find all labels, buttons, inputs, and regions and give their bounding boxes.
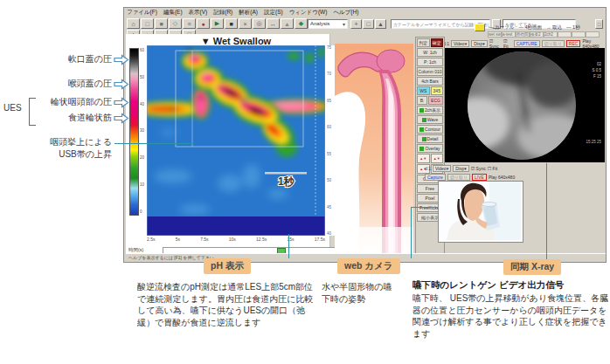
toolbar-button[interactable]: ↔ xyxy=(267,18,280,29)
b-label: B: xyxy=(417,96,427,105)
menu-item[interactable]: 編集(E) xyxy=(163,9,183,17)
fit-checkbox[interactable]: ☑ Fit xyxy=(503,39,512,48)
cut-button[interactable]: 切り取り xyxy=(542,40,565,47)
ruler-value: 45 xyxy=(327,205,335,209)
webcam-sync-checkbox[interactable]: ☑ Sync xyxy=(471,166,486,171)
toolbar-button[interactable]: + xyxy=(350,19,362,29)
legend-item: → 取込 xyxy=(546,24,562,31)
ecg-pink-button[interactable]: ECG xyxy=(428,96,443,105)
d-label: d:1 xyxy=(425,166,431,171)
toolbar-button[interactable]: □ xyxy=(363,19,374,29)
toolbar-button[interactable]: ≡ xyxy=(183,18,196,29)
toolbar-button[interactable]: ▲ xyxy=(375,19,386,29)
segment-cell[interactable] xyxy=(586,31,600,38)
toolbar-button[interactable]: ▲ xyxy=(281,18,294,29)
webcam-capture-button[interactable]: Capture xyxy=(425,174,446,181)
toolbar-button[interactable]: ◇ xyxy=(169,18,182,29)
xray-overlay-text: 02S 0.5F 15 xyxy=(558,61,601,79)
webcam-live-button[interactable]: LIVE xyxy=(472,174,487,181)
segment-cell[interactable]: wet sw xyxy=(488,31,502,38)
webcam-fit-checkbox[interactable]: ☐ Fit xyxy=(488,166,497,171)
badge-xray: 同期 X-ray xyxy=(503,259,561,275)
annotation-epiglottis: 喉頭蓋の圧 xyxy=(16,78,112,90)
color-chip xyxy=(419,127,424,132)
toolbar-button-icon: × xyxy=(243,21,246,27)
toolbar-button[interactable]: □ xyxy=(141,18,154,29)
segment-cell[interactable] xyxy=(572,31,586,38)
toolbar-button[interactable]: ■ xyxy=(155,18,168,29)
scrollbar-label: 時間(s) xyxy=(128,247,143,253)
menu-item[interactable]: 解析(A) xyxy=(239,9,258,17)
toolbar-button[interactable]: ■ xyxy=(225,18,238,29)
panel-button-label: Column 010 xyxy=(419,69,442,74)
panel-option[interactable]: Overlay xyxy=(417,144,443,153)
webcam-toolbar-1: d:1 Video▾ Disp▾ ☑ Sync ☐ Fit xyxy=(425,164,497,172)
webcam-video-dropdown[interactable]: Video▾ xyxy=(433,165,451,172)
caption-xray-body: 嚥下時、 UES帯の上昇移動があり食塊位置、各臓器の位置と圧力センサーからの咽頭… xyxy=(412,292,610,340)
menu-item[interactable]: 表示(V) xyxy=(189,9,208,17)
webcam-cut-button[interactable]: 切り取り xyxy=(447,174,470,181)
ruler-value: 50 xyxy=(327,178,335,182)
panel-option[interactable]: 2ch表示 xyxy=(417,106,443,114)
toolbar-button[interactable]: ◎ xyxy=(253,18,266,29)
segment-cell[interactable]: a-test xyxy=(502,31,516,38)
color-chip xyxy=(422,118,426,122)
time-axis: 2.5s5s7.5s10s12.5s15s17.5s xyxy=(147,237,325,242)
right-arrow-icon xyxy=(114,97,129,108)
toolbar-button[interactable]: × xyxy=(239,18,252,29)
panel-action-label: 縮小表示 xyxy=(421,215,439,220)
spinner-control[interactable]: ▲▼ xyxy=(431,154,444,163)
tab-confirm[interactable]: 確定 xyxy=(431,38,444,47)
segment-cell[interactable]: 2ch2 xyxy=(544,31,558,38)
color-scale-tick: 50 xyxy=(140,75,147,79)
menu-item[interactable]: 記録(R) xyxy=(213,9,232,17)
toolbar-button-icon: ◇ xyxy=(173,20,177,27)
sync-checkbox[interactable]: ☑ Sync xyxy=(489,39,502,48)
menu-bar: ファイル(F)編集(E)表示(V)記録(R)解析(A)設定(S)ウィンドウ(W)… xyxy=(125,8,604,17)
panel-option[interactable]: Contour xyxy=(417,125,443,134)
chevron-down-icon: ▾ xyxy=(343,21,345,27)
capture-button[interactable]: CAPTURE xyxy=(514,40,540,47)
segment-label: wet sw xyxy=(489,32,501,37)
webcam-photo xyxy=(439,182,521,240)
toolbar-button-icon: □ xyxy=(145,21,149,27)
toolbar-button-icon: ● xyxy=(201,21,204,27)
color-chip xyxy=(419,147,424,151)
tab-judge[interactable]: 判定 xyxy=(417,38,430,47)
analysis-dropdown[interactable]: Analysis ▾ xyxy=(308,19,348,29)
segment-cell[interactable]: 長時間 xyxy=(516,31,530,38)
disp-dropdown[interactable]: Disp▾ xyxy=(471,40,488,47)
menu-item[interactable]: ファイル(F) xyxy=(127,9,157,17)
panel-button[interactable]: Column 010 xyxy=(417,67,443,76)
legend-items: — カーソル— 4秒画面→ 取込— 1秒 xyxy=(489,24,580,31)
toolbar-button[interactable]: ◆ xyxy=(295,18,308,29)
pressure-color-scale xyxy=(129,48,139,216)
legend-item: — 4秒画面 xyxy=(518,24,542,31)
segment-cell[interactable]: 検査2 xyxy=(530,31,544,38)
panel-option-label: Wave xyxy=(427,117,439,122)
webcam-disp-dropdown[interactable]: Disp▾ xyxy=(453,165,469,172)
window-small-button[interactable]: □ xyxy=(595,19,603,29)
pressure-topography-plot[interactable]: 1秒 xyxy=(147,45,325,236)
toolbar-button[interactable]: ▶ xyxy=(211,18,224,29)
video-dropdown[interactable]: Video▾ xyxy=(451,40,469,47)
menu-item[interactable]: 設定(S) xyxy=(264,9,283,17)
rec-button[interactable]: REC xyxy=(566,40,581,47)
ws-cyan-button[interactable]: WS xyxy=(417,86,430,95)
toolbar-button[interactable]: ● xyxy=(197,18,210,29)
panel-button[interactable]: P: 1ch xyxy=(417,58,443,66)
menu-item[interactable]: ヘルプ(H) xyxy=(333,9,358,17)
toolbar-button[interactable]: ⌂ xyxy=(127,18,140,29)
value-yellow-button[interactable]: 345 xyxy=(431,86,444,95)
panel-button[interactable]: 4ch Bars xyxy=(417,77,443,86)
segment-cell[interactable] xyxy=(558,31,572,38)
menu-item[interactable]: ウィンドウ(W) xyxy=(289,9,328,17)
highlight-button[interactable] xyxy=(475,24,485,31)
spinner-control[interactable]: ▲▼ xyxy=(417,154,430,163)
callout-line-ph xyxy=(288,234,289,258)
callout-line-webcam-v xyxy=(411,207,412,258)
panel-button[interactable]: W: 1ch xyxy=(417,48,443,57)
panel-option[interactable]: Wave xyxy=(417,115,443,124)
panel-option[interactable]: Detail xyxy=(417,134,443,143)
panel-option-label: Overlay xyxy=(425,146,440,151)
